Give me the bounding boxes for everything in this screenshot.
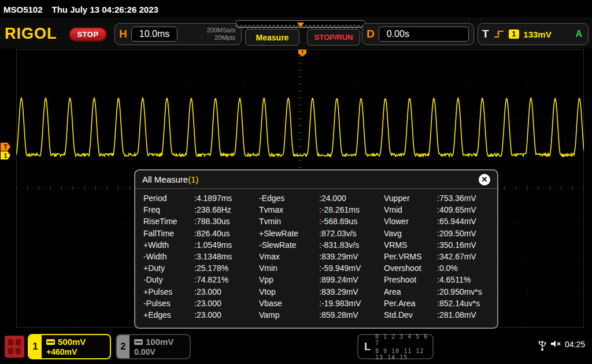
channel2-status[interactable]: 2 100mV 0.00V xyxy=(116,334,191,359)
measure-name: FallTime xyxy=(143,229,194,240)
trigger-level-marker[interactable]: T xyxy=(1,143,10,151)
measure-value: :24.000 xyxy=(319,194,384,205)
trigger-level-value: 133mV xyxy=(523,29,551,39)
measure-name: Tvmin xyxy=(259,217,319,228)
measure-name: Vlower xyxy=(384,217,437,228)
measure-name: RiseTime xyxy=(143,217,194,228)
channel2-number: 2 xyxy=(117,335,130,358)
measure-name: Freq xyxy=(143,205,194,217)
measure-value: :281.08mV xyxy=(437,310,493,322)
la-channels-row2: 8 9 10 11 12 13 14 15 xyxy=(375,348,432,361)
measure-value: :4.6511% xyxy=(437,275,493,287)
measure-value: :350.16mV xyxy=(437,240,493,252)
measure-value: :839.29mV xyxy=(319,287,384,299)
model-label: MSO5102 xyxy=(3,5,43,14)
measure-value: :-568.69us xyxy=(319,217,384,228)
measure-name: Period xyxy=(143,194,194,205)
measure-value: :409.65mV xyxy=(437,205,493,217)
logic-analyzer-status[interactable]: L 0 1 2 3 4 5 6 7 8 9 10 11 12 13 14 15 xyxy=(357,334,434,359)
measure-name: +Edges xyxy=(143,310,194,322)
channel2-offset: 0.00V xyxy=(134,347,190,356)
measure-value: :4.1897ms xyxy=(194,194,259,205)
sample-rate: 200MSa/s xyxy=(206,27,235,34)
memory-depth: 20Mpts xyxy=(214,34,235,41)
top-info-bar: MSO5102 Thu July 13 04:26:26 2023 xyxy=(3,3,158,16)
delay-value[interactable]: 0.00s xyxy=(379,27,469,42)
clock-label: 04:25 xyxy=(565,340,585,349)
la-label: L xyxy=(358,341,375,353)
measure-value: :872.03v/s xyxy=(319,229,384,240)
channel2-coupling-icon xyxy=(134,339,143,345)
measure-name: -SlewRate xyxy=(259,240,319,252)
measure-name: Vupper xyxy=(384,194,437,205)
panel-count: (1) xyxy=(188,174,198,184)
h-label: H xyxy=(115,28,131,40)
stop-run-button[interactable]: STOP/RUN xyxy=(307,29,360,46)
measure-value: :3.1348ms xyxy=(194,252,259,263)
measure-name: Per.VRMS xyxy=(384,252,437,263)
measure-name: Area xyxy=(384,287,437,299)
trigger-settings-box[interactable]: T 1 133mV A xyxy=(478,23,589,45)
measure-name: Vpp xyxy=(259,275,319,287)
measure-value: :342.67mV xyxy=(437,252,493,263)
measure-name: Vmax xyxy=(259,252,319,263)
measure-name: Overshoot xyxy=(384,263,437,275)
waveform-position-indicator[interactable] xyxy=(236,20,365,28)
measure-name: Vbase xyxy=(259,299,319,310)
measure-name: Per.Area xyxy=(384,299,437,310)
measure-name: Preshoot xyxy=(384,275,437,287)
bottom-bar: 1 500mV +460mV 2 xyxy=(0,329,592,364)
channel1-ground-marker[interactable]: 1 xyxy=(1,151,10,159)
header-bar: RIGOL STOP H 10.0ms 200MSa/s 20Mpts Meas… xyxy=(0,17,592,49)
strip-svg xyxy=(236,23,365,29)
measure-name: -Edges xyxy=(259,194,319,205)
channel2-scale: 100mV xyxy=(146,337,173,347)
measure-value: :23.000 xyxy=(194,299,259,310)
d-label: D xyxy=(362,28,379,40)
measure-name: +Width xyxy=(143,240,194,252)
channel1-number: 1 xyxy=(29,335,42,358)
measure-value: :-831.83v/s xyxy=(319,240,384,252)
measure-value: :899.24mV xyxy=(319,275,384,287)
trigger-mode-badge: A xyxy=(575,29,582,39)
speaker-muted-icon[interactable] xyxy=(550,339,561,349)
trigger-source-tag: 1 xyxy=(509,29,520,39)
delay-settings-box[interactable]: D 0.00s xyxy=(362,23,474,45)
measure-value: :74.821% xyxy=(194,275,259,287)
measure-value: :25.178% xyxy=(194,263,259,275)
measure-name: Vavg xyxy=(384,229,437,240)
menu-grid-button[interactable] xyxy=(5,336,24,358)
rigol-logo: RIGOL xyxy=(5,25,57,43)
horizontal-settings-box[interactable]: H 10.0ms 200MSa/s 20Mpts xyxy=(114,23,242,45)
measure-value: :23.000 xyxy=(194,287,259,299)
measure-value: :20.950mv*s xyxy=(437,287,493,299)
timebase-value[interactable]: 10.0ms xyxy=(131,27,177,42)
trigger-edge-icon xyxy=(493,29,505,39)
measure-value: :238.68Hz xyxy=(194,205,259,217)
measure-value: :788.30us xyxy=(194,217,259,228)
measure-value: :-28.261ms xyxy=(319,205,384,217)
measure-value: :852.14uv*s xyxy=(437,299,493,310)
measure-value: :753.36mV xyxy=(437,194,493,205)
measure-button[interactable]: Measure xyxy=(245,29,299,46)
measure-value: :-59.949mV xyxy=(319,263,384,275)
panel-title-row: All Measure (1) ✕ xyxy=(135,170,497,189)
measure-name: -Duty xyxy=(143,275,194,287)
measure-name: Std.Dev xyxy=(384,310,437,322)
measure-value: :209.50mV xyxy=(437,229,493,240)
measure-name: Tvmax xyxy=(259,205,319,217)
channel1-offset: +460mV xyxy=(46,347,110,356)
measure-value: :859.28mV xyxy=(319,310,384,322)
measure-name: +Pulses xyxy=(143,287,194,299)
channel1-scale: 500mV xyxy=(58,337,86,347)
measure-name: Vamp xyxy=(259,310,319,322)
measure-name: -Pulses xyxy=(143,299,194,310)
close-icon[interactable]: ✕ xyxy=(479,174,490,185)
oscilloscope-screen: MSO5102 Thu July 13 04:26:26 2023 RIGOL … xyxy=(0,0,592,364)
channel1-coupling-icon xyxy=(46,339,55,345)
measure-name: Vtop xyxy=(259,287,319,299)
measure-name: +Duty xyxy=(143,263,194,275)
measure-name: +SlewRate xyxy=(259,229,319,240)
channel1-status[interactable]: 1 500mV +460mV xyxy=(28,334,111,359)
measure-value: :1.0549ms xyxy=(194,240,259,252)
